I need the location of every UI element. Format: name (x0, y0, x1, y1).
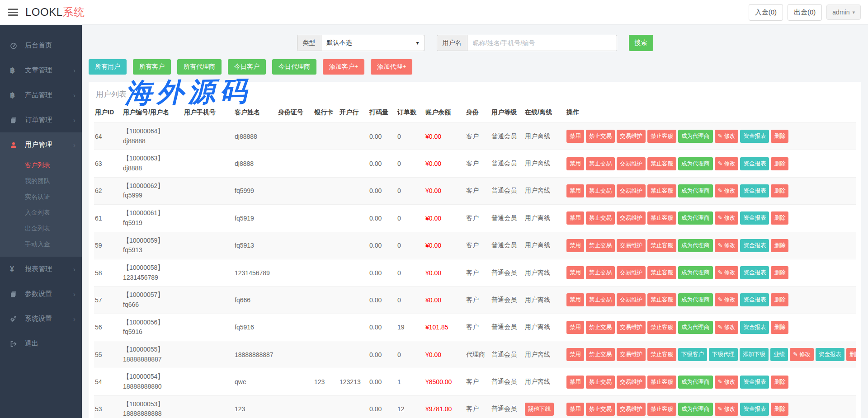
action-no-trade-button[interactable]: 禁止交易 (586, 157, 615, 170)
sidebar-item-logout[interactable]: 退出 (0, 331, 82, 356)
action-no-service-button[interactable]: 禁止客服 (647, 293, 676, 306)
toolbar-button-today-agents[interactable]: 今日代理商 (272, 59, 316, 75)
action-fund-report-button[interactable]: 资金报表 (740, 403, 769, 416)
action-edit-button[interactable]: ✎ 修改 (715, 403, 739, 416)
action-disable-button[interactable]: 禁用 (566, 293, 584, 306)
action-become-agent-button[interactable]: 成为代理商 (678, 211, 713, 225)
action-no-trade-button[interactable]: 禁止交易 (586, 130, 615, 143)
action-no-trade-button[interactable]: 禁止交易 (586, 239, 615, 252)
action-disable-button[interactable]: 禁用 (566, 157, 584, 170)
action-disable-button[interactable]: 禁用 (566, 184, 584, 197)
action-add-sub-button[interactable]: 添加下级 (740, 348, 769, 361)
action-edit-button[interactable]: ✎ 修改 (715, 321, 739, 334)
action-no-service-button[interactable]: 禁止客服 (647, 239, 676, 252)
action-disable-button[interactable]: 禁用 (566, 376, 584, 389)
action-fund-report-button[interactable]: 资金报表 (740, 321, 769, 334)
action-no-service-button[interactable]: 禁止客服 (647, 130, 676, 143)
sidebar-item-user[interactable]: 用户管理› (0, 132, 82, 157)
action-no-service-button[interactable]: 禁止客服 (647, 157, 676, 170)
action-trade-maintain-button[interactable]: 交易维护 (617, 184, 646, 197)
action-no-service-button[interactable]: 禁止客服 (647, 184, 676, 197)
action-delete-button[interactable]: 删除 (771, 211, 788, 225)
action-trade-maintain-button[interactable]: 交易维护 (617, 376, 646, 389)
action-trade-maintain-button[interactable]: 交易维护 (617, 211, 646, 225)
action-become-agent-button[interactable]: 成为代理商 (678, 376, 713, 389)
action-no-service-button[interactable]: 禁止客服 (647, 376, 676, 389)
sidebar-subitem-deposit-list[interactable]: 入金列表 (0, 205, 82, 221)
action-delete-button[interactable]: 删除 (771, 376, 788, 389)
action-become-agent-button[interactable]: 成为代理商 (678, 130, 713, 143)
action-delete-button[interactable]: 删除 (771, 157, 788, 170)
search-button[interactable]: 搜索 (629, 35, 653, 51)
action-edit-button[interactable]: ✎ 修改 (715, 211, 739, 225)
action-fund-report-button[interactable]: 资金报表 (816, 348, 844, 361)
action-delete-button[interactable]: 删除 (771, 321, 788, 334)
action-no-service-button[interactable]: 禁止客服 (647, 321, 676, 334)
action-no-trade-button[interactable]: 禁止交易 (586, 376, 615, 389)
action-performance-button[interactable]: 业绩 (770, 348, 788, 361)
action-no-service-button[interactable]: 禁止客服 (647, 211, 676, 225)
action-fund-report-button[interactable]: 资金报表 (740, 376, 769, 389)
action-edit-button[interactable]: ✎ 修改 (715, 266, 739, 279)
action-no-service-button[interactable]: 禁止客服 (647, 403, 676, 416)
toolbar-button-all-users[interactable]: 所有用户 (89, 59, 127, 75)
action-become-agent-button[interactable]: 成为代理商 (678, 293, 713, 306)
action-disable-button[interactable]: 禁用 (566, 130, 584, 143)
action-trade-maintain-button[interactable]: 交易维护 (617, 293, 646, 306)
username-input[interactable] (467, 35, 617, 51)
toolbar-button-today-customers[interactable]: 今日客户 (228, 59, 266, 75)
kick-offline-button[interactable]: 踢他下线 (525, 403, 554, 416)
action-disable-button[interactable]: 禁用 (566, 348, 584, 361)
action-fund-report-button[interactable]: 资金报表 (740, 211, 769, 225)
action-become-agent-button[interactable]: 成为代理商 (678, 239, 713, 252)
action-fund-report-button[interactable]: 资金报表 (740, 184, 769, 197)
action-fund-report-button[interactable]: 资金报表 (740, 157, 769, 170)
action-sub-agents-button[interactable]: 下级代理 (709, 348, 738, 361)
action-edit-button[interactable]: ✎ 修改 (715, 293, 739, 306)
sidebar-subitem-customer-list[interactable]: 客户列表 (0, 157, 82, 173)
action-no-trade-button[interactable]: 禁止交易 (586, 266, 615, 279)
action-delete-button[interactable]: 删除 (771, 184, 788, 197)
user-menu[interactable]: admin ▾ (826, 5, 861, 20)
action-become-agent-button[interactable]: 成为代理商 (678, 321, 713, 334)
action-no-service-button[interactable]: 禁止客服 (647, 266, 676, 279)
action-trade-maintain-button[interactable]: 交易维护 (617, 239, 646, 252)
toolbar-button-add-agent[interactable]: 添加代理+ (371, 59, 412, 75)
action-disable-button[interactable]: 禁用 (566, 321, 584, 334)
action-no-trade-button[interactable]: 禁止交易 (586, 403, 615, 416)
action-disable-button[interactable]: 禁用 (566, 266, 584, 279)
sidebar-item-report[interactable]: ¥报表管理› (0, 257, 82, 282)
action-no-trade-button[interactable]: 禁止交易 (586, 211, 615, 225)
action-trade-maintain-button[interactable]: 交易维护 (617, 266, 646, 279)
action-edit-button[interactable]: ✎ 修改 (715, 239, 739, 252)
action-delete-button[interactable]: 删除 (771, 403, 788, 416)
action-edit-button[interactable]: ✎ 修改 (715, 157, 739, 170)
action-edit-button[interactable]: ✎ 修改 (715, 184, 739, 197)
action-delete-button[interactable]: 删除 (771, 266, 788, 279)
menu-toggle-icon[interactable] (8, 9, 18, 16)
sidebar-item-article[interactable]: ฿文章管理› (0, 58, 82, 83)
action-no-service-button[interactable]: 禁止客服 (647, 348, 676, 361)
action-no-trade-button[interactable]: 禁止交易 (586, 321, 615, 334)
action-fund-report-button[interactable]: 资金报表 (740, 239, 769, 252)
action-edit-button[interactable]: ✎ 修改 (715, 130, 739, 143)
sidebar-item-product[interactable]: ฿产品管理› (0, 83, 82, 108)
action-become-agent-button[interactable]: 成为代理商 (678, 266, 713, 279)
action-fund-report-button[interactable]: 资金报表 (740, 266, 769, 279)
action-fund-report-button[interactable]: 资金报表 (740, 130, 769, 143)
sidebar-item-params[interactable]: 参数设置› (0, 282, 82, 306)
action-trade-maintain-button[interactable]: 交易维护 (617, 321, 646, 334)
sidebar-item-system[interactable]: 系统设置› (0, 306, 82, 331)
action-disable-button[interactable]: 禁用 (566, 239, 584, 252)
action-trade-maintain-button[interactable]: 交易维护 (617, 403, 646, 416)
action-disable-button[interactable]: 禁用 (566, 211, 584, 225)
action-delete-button[interactable]: 删除 (771, 130, 788, 143)
sidebar-subitem-withdraw-list[interactable]: 出金列表 (0, 221, 82, 236)
toolbar-button-add-customer[interactable]: 添加客户+ (323, 59, 364, 75)
action-delete-button[interactable]: 删除 (771, 293, 788, 306)
toolbar-button-all-agents[interactable]: 所有代理商 (177, 59, 222, 75)
sidebar-item-order[interactable]: 订单管理› (0, 108, 82, 132)
sidebar-item-home[interactable]: 后台首页 (0, 33, 82, 58)
action-no-trade-button[interactable]: 禁止交易 (586, 184, 615, 197)
sidebar-subitem-manual-deposit[interactable]: 手动入金 (0, 236, 82, 252)
